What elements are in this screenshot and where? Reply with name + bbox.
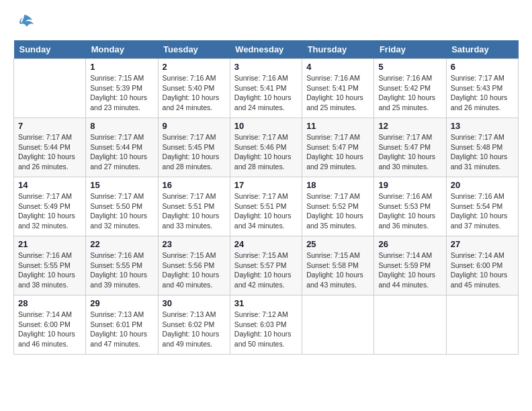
day-number: 19 [378, 180, 441, 190]
day-info: Sunrise: 7:14 AMSunset: 6:00 PMDaylight:… [451, 250, 514, 290]
day-number: 11 [306, 121, 369, 131]
day-cell: 31Sunrise: 7:12 AMSunset: 6:03 PMDayligh… [230, 295, 302, 355]
day-cell: 24Sunrise: 7:15 AMSunset: 5:57 PMDayligh… [230, 236, 302, 295]
day-number: 4 [306, 62, 369, 72]
day-cell: 5Sunrise: 7:16 AMSunset: 5:42 PMDaylight… [374, 59, 446, 118]
day-number: 9 [163, 121, 226, 131]
day-info: Sunrise: 7:17 AMSunset: 5:48 PMDaylight:… [451, 132, 514, 172]
day-cell: 4Sunrise: 7:16 AMSunset: 5:41 PMDaylight… [302, 59, 374, 118]
day-info: Sunrise: 7:17 AMSunset: 5:44 PMDaylight:… [90, 132, 153, 172]
day-number: 2 [163, 62, 226, 72]
day-number: 13 [451, 121, 514, 131]
day-number: 14 [18, 180, 81, 190]
day-info: Sunrise: 7:17 AMSunset: 5:44 PMDaylight:… [18, 132, 81, 172]
header-row: SundayMondayTuesdayWednesdayThursdayFrid… [14, 40, 519, 59]
day-cell: 12Sunrise: 7:17 AMSunset: 5:47 PMDayligh… [374, 118, 446, 177]
day-number: 12 [378, 121, 441, 131]
day-info: Sunrise: 7:15 AMSunset: 5:58 PMDaylight:… [306, 250, 369, 290]
day-number: 1 [90, 62, 153, 72]
day-info: Sunrise: 7:15 AMSunset: 5:39 PMDaylight:… [90, 73, 153, 113]
week-row-1: 1Sunrise: 7:15 AMSunset: 5:39 PMDaylight… [14, 59, 519, 118]
day-header-friday: Friday [374, 40, 446, 59]
day-info: Sunrise: 7:16 AMSunset: 5:54 PMDaylight:… [451, 191, 514, 231]
day-header-wednesday: Wednesday [230, 40, 302, 59]
day-number: 20 [451, 180, 514, 190]
day-cell [446, 295, 518, 355]
day-number: 17 [234, 180, 298, 190]
day-number: 28 [18, 298, 81, 308]
day-number: 27 [451, 239, 514, 249]
day-info: Sunrise: 7:17 AMSunset: 5:52 PMDaylight:… [306, 191, 369, 231]
day-info: Sunrise: 7:16 AMSunset: 5:55 PMDaylight:… [18, 250, 81, 290]
day-cell: 1Sunrise: 7:15 AMSunset: 5:39 PMDaylight… [86, 59, 158, 118]
day-info: Sunrise: 7:16 AMSunset: 5:53 PMDaylight:… [378, 191, 441, 231]
day-header-sunday: Sunday [14, 40, 86, 59]
day-cell: 7Sunrise: 7:17 AMSunset: 5:44 PMDaylight… [14, 118, 86, 177]
day-info: Sunrise: 7:17 AMSunset: 5:49 PMDaylight:… [18, 191, 81, 231]
day-cell: 28Sunrise: 7:14 AMSunset: 6:00 PMDayligh… [14, 295, 86, 355]
day-info: Sunrise: 7:13 AMSunset: 6:02 PMDaylight:… [163, 310, 226, 349]
day-cell: 30Sunrise: 7:13 AMSunset: 6:02 PMDayligh… [158, 295, 230, 355]
day-header-tuesday: Tuesday [158, 40, 230, 59]
day-info: Sunrise: 7:14 AMSunset: 5:59 PMDaylight:… [378, 250, 441, 290]
day-info: Sunrise: 7:14 AMSunset: 6:00 PMDaylight:… [18, 310, 81, 349]
day-number: 21 [18, 239, 81, 249]
day-info: Sunrise: 7:16 AMSunset: 5:41 PMDaylight:… [306, 73, 369, 113]
day-cell: 17Sunrise: 7:17 AMSunset: 5:51 PMDayligh… [230, 177, 302, 236]
day-info: Sunrise: 7:16 AMSunset: 5:55 PMDaylight:… [90, 250, 153, 290]
logo-bird-icon [15, 13, 34, 34]
day-info: Sunrise: 7:13 AMSunset: 6:01 PMDaylight:… [90, 310, 153, 349]
day-cell: 6Sunrise: 7:17 AMSunset: 5:43 PMDaylight… [446, 59, 518, 118]
day-header-monday: Monday [86, 40, 158, 59]
day-info: Sunrise: 7:15 AMSunset: 5:56 PMDaylight:… [163, 250, 226, 290]
day-info: Sunrise: 7:17 AMSunset: 5:47 PMDaylight:… [306, 132, 369, 172]
day-info: Sunrise: 7:12 AMSunset: 6:03 PMDaylight:… [234, 310, 298, 349]
day-number: 7 [18, 121, 81, 131]
day-cell: 11Sunrise: 7:17 AMSunset: 5:47 PMDayligh… [302, 118, 374, 177]
day-cell: 26Sunrise: 7:14 AMSunset: 5:59 PMDayligh… [374, 236, 446, 295]
day-cell [14, 59, 86, 118]
day-number: 16 [163, 180, 226, 190]
day-number: 6 [451, 62, 514, 72]
day-info: Sunrise: 7:16 AMSunset: 5:42 PMDaylight:… [378, 73, 441, 113]
day-number: 23 [163, 239, 226, 249]
day-cell: 21Sunrise: 7:16 AMSunset: 5:55 PMDayligh… [14, 236, 86, 295]
day-number: 24 [234, 239, 298, 249]
day-number: 15 [90, 180, 153, 190]
day-info: Sunrise: 7:17 AMSunset: 5:43 PMDaylight:… [451, 73, 514, 113]
day-cell: 25Sunrise: 7:15 AMSunset: 5:58 PMDayligh… [302, 236, 374, 295]
day-number: 31 [234, 298, 298, 308]
day-number: 18 [306, 180, 369, 190]
page-header [13, 13, 519, 34]
day-info: Sunrise: 7:17 AMSunset: 5:51 PMDaylight:… [234, 191, 298, 231]
week-row-2: 7Sunrise: 7:17 AMSunset: 5:44 PMDaylight… [14, 118, 519, 177]
day-number: 3 [234, 62, 298, 72]
day-info: Sunrise: 7:17 AMSunset: 5:51 PMDaylight:… [163, 191, 226, 231]
day-cell: 20Sunrise: 7:16 AMSunset: 5:54 PMDayligh… [446, 177, 518, 236]
day-cell: 8Sunrise: 7:17 AMSunset: 5:44 PMDaylight… [86, 118, 158, 177]
day-info: Sunrise: 7:16 AMSunset: 5:40 PMDaylight:… [163, 73, 226, 113]
day-cell: 29Sunrise: 7:13 AMSunset: 6:01 PMDayligh… [86, 295, 158, 355]
day-cell: 22Sunrise: 7:16 AMSunset: 5:55 PMDayligh… [86, 236, 158, 295]
day-cell: 16Sunrise: 7:17 AMSunset: 5:51 PMDayligh… [158, 177, 230, 236]
day-cell: 13Sunrise: 7:17 AMSunset: 5:48 PMDayligh… [446, 118, 518, 177]
day-cell [302, 295, 374, 355]
day-cell: 3Sunrise: 7:16 AMSunset: 5:41 PMDaylight… [230, 59, 302, 118]
day-number: 30 [163, 298, 226, 308]
day-info: Sunrise: 7:17 AMSunset: 5:46 PMDaylight:… [234, 132, 298, 172]
week-row-5: 28Sunrise: 7:14 AMSunset: 6:00 PMDayligh… [14, 295, 519, 355]
calendar-table: SundayMondayTuesdayWednesdayThursdayFrid… [13, 40, 519, 355]
day-number: 8 [90, 121, 153, 131]
week-row-3: 14Sunrise: 7:17 AMSunset: 5:49 PMDayligh… [14, 177, 519, 236]
day-cell: 27Sunrise: 7:14 AMSunset: 6:00 PMDayligh… [446, 236, 518, 295]
day-info: Sunrise: 7:17 AMSunset: 5:47 PMDaylight:… [378, 132, 441, 172]
day-cell: 9Sunrise: 7:17 AMSunset: 5:45 PMDaylight… [158, 118, 230, 177]
logo [13, 13, 34, 34]
day-header-saturday: Saturday [446, 40, 518, 59]
day-info: Sunrise: 7:16 AMSunset: 5:41 PMDaylight:… [234, 73, 298, 113]
day-number: 22 [90, 239, 153, 249]
day-info: Sunrise: 7:15 AMSunset: 5:57 PMDaylight:… [234, 250, 298, 290]
day-number: 26 [378, 239, 441, 249]
day-number: 29 [90, 298, 153, 308]
day-cell: 15Sunrise: 7:17 AMSunset: 5:50 PMDayligh… [86, 177, 158, 236]
